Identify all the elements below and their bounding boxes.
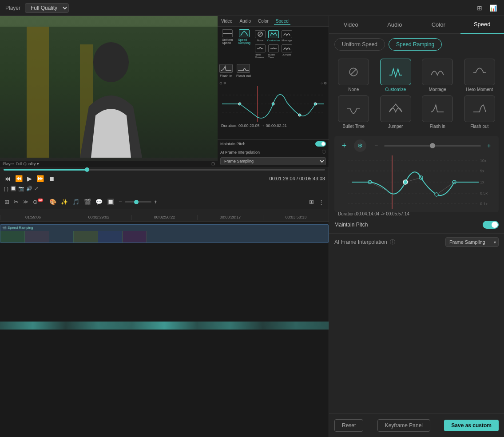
color-button[interactable]: 🎨 (48, 198, 57, 206)
mini-preset-bullet[interactable]: Bullet Time (267, 44, 280, 60)
mini-help-icon[interactable]: ⓘ (322, 149, 326, 155)
tab-color[interactable]: Color (417, 16, 460, 34)
zoom-thumb[interactable] (134, 200, 139, 204)
audio-button[interactable]: 🔊 (26, 186, 32, 191)
mini-uniform-speed[interactable]: UniformSpeed (219, 28, 235, 60)
track-clip-label: 📹 Speed Ramping (2, 226, 33, 230)
speed-ramping-tab[interactable]: Speed Ramping (389, 38, 442, 51)
preset-montage[interactable]: Montage (418, 59, 457, 92)
svg-point-29 (403, 180, 408, 184)
mini-tab-video[interactable]: Video (219, 18, 234, 24)
mark-out-button[interactable]: } (7, 186, 9, 191)
uniform-speed-tab[interactable]: Uniform Speed (334, 38, 385, 51)
save-custom-button[interactable]: Save as custom (444, 420, 499, 431)
tab-audio[interactable]: Audio (373, 16, 417, 34)
left-panel: ContinuousRecording ⊞ ⊟ ⊡ ⊠ ○ ▶ Export (0, 16, 329, 437)
svg-point-31 (435, 193, 438, 196)
video-track-button[interactable]: 🎬 (83, 198, 92, 206)
timeline-tracks: 📹 Speed Ramping (0, 222, 329, 330)
ramping-svg (240, 30, 249, 36)
jumper-icon-svg (388, 103, 404, 115)
preset-bullet-time[interactable]: Bullet Time (334, 95, 373, 129)
mini-flash-in[interactable]: Flash in (219, 64, 233, 78)
mini-preset-hero[interactable]: Hero Moment (254, 44, 266, 60)
freeze-button[interactable]: ❄ (354, 139, 366, 152)
keyframe-panel-button[interactable]: Keyframe Panel (377, 419, 430, 432)
mini-tab-audio[interactable]: Audio (238, 18, 253, 24)
mini-maintain-toggle[interactable] (315, 141, 326, 147)
curve-minus-button[interactable]: − (370, 139, 382, 152)
mini-preset-none[interactable]: None (254, 29, 266, 43)
zoom-in-button[interactable]: + (153, 198, 159, 206)
preset-bullet-icon-box (338, 95, 369, 122)
more-options-button[interactable]: ⋮ (317, 198, 325, 206)
mini-preset-jumper[interactable]: Jumper (281, 44, 293, 60)
preset-none[interactable]: None (334, 59, 373, 92)
playback-handle[interactable] (85, 167, 89, 172)
grid-view-icon[interactable]: ⊞ (475, 4, 484, 12)
skip-back-button[interactable]: ⏮ (4, 175, 12, 182)
curve-slider-thumb[interactable] (430, 143, 435, 148)
mini-speed-ramping[interactable]: SpeedRamping (236, 28, 252, 60)
frame-interpolation-select[interactable]: Frame Sampling Optical Flow AI Interpola… (445, 237, 499, 247)
mini-tab-speed[interactable]: Speed (274, 18, 290, 25)
mini-none-label: None (257, 39, 263, 42)
stabilize-icon: ⊙ (33, 199, 38, 205)
crop-button[interactable]: 🔲 (10, 186, 16, 191)
stabilize-button[interactable]: ⊙ AI (32, 198, 46, 206)
zoom-out-button[interactable]: − (118, 198, 123, 206)
montage-svg (283, 31, 291, 37)
mini-flash-row: Flash in Flash out (218, 62, 329, 79)
tab-video[interactable]: Video (329, 16, 373, 34)
mini-player-label: Player (3, 162, 14, 166)
svg-point-3 (93, 42, 129, 82)
preset-jumper[interactable]: Jumper (377, 95, 415, 129)
split-button[interactable]: ✂ (13, 198, 20, 206)
mini-tab-color[interactable]: Color (256, 18, 270, 24)
mini-preset-montage[interactable]: Montage (281, 29, 293, 43)
mini-frame-select[interactable]: Frame Sampling (220, 157, 326, 165)
curve-plus-button[interactable]: + (483, 139, 495, 152)
add-keyframe-button[interactable]: + (338, 139, 350, 152)
fullscreen-button[interactable]: ⤢ (34, 186, 38, 191)
reset-button[interactable]: Reset (334, 419, 363, 432)
playback-progress[interactable] (4, 169, 325, 171)
mini-graph-icon1: ⊙ ❄ (219, 81, 226, 85)
quality-select[interactable]: Full Quality 1/2 Quality 1/4 Quality (25, 3, 69, 13)
curve-slider-track[interactable] (384, 145, 481, 147)
top-bar-icons: ⊞ 📊 (475, 4, 499, 12)
screenshot-button[interactable]: 📷 (18, 186, 24, 191)
track-label: Speed Ramping (8, 226, 33, 230)
frame-forward-button[interactable]: ⏩ (36, 175, 45, 182)
audio-wave-track (0, 321, 329, 330)
tab-speed[interactable]: Speed (460, 16, 504, 34)
frame-back-button[interactable]: ⏪ (14, 175, 24, 182)
play-button[interactable]: ▶ (26, 175, 33, 182)
zoom-slider[interactable]: − + (118, 198, 158, 206)
magic-button[interactable]: ✨ (60, 198, 69, 206)
mini-preset-customize[interactable]: Customize (267, 29, 280, 43)
video-track-clip[interactable]: 📹 Speed Ramping (0, 224, 329, 243)
preset-none-icon-box (338, 59, 369, 85)
subtitle-button[interactable]: 💬 (95, 198, 103, 206)
mini-frame-select-row: Frame Sampling (218, 156, 329, 167)
zoom-track[interactable] (125, 201, 151, 203)
video-frame-svg (0, 27, 218, 158)
ruler-mark-4: 00:03:28:17 (197, 215, 263, 220)
ai-help-icon[interactable]: ⓘ (390, 238, 395, 246)
maintain-pitch-toggle[interactable] (483, 221, 499, 229)
stop-button[interactable]: ⏹ (48, 175, 56, 182)
more-tools-button[interactable]: ≫ (22, 198, 29, 206)
preset-customize-label: Customize (385, 87, 406, 92)
preset-flash-in[interactable]: Flash in (418, 95, 457, 129)
preset-hero-moment[interactable]: Hero Moment (460, 59, 499, 92)
preset-flash-out[interactable]: Flash out (460, 95, 499, 129)
ripple-edit-button[interactable]: ⊞ (4, 198, 10, 206)
preset-customize[interactable]: Customize (377, 59, 415, 92)
mark-in-button[interactable]: { (4, 186, 5, 191)
audio-track-button[interactable]: 🎵 (71, 198, 80, 206)
chart-icon[interactable]: 📊 (488, 4, 499, 12)
settings-button[interactable]: ⊞ (308, 198, 315, 206)
mask-button[interactable]: 🔲 (106, 198, 115, 206)
mini-flash-out[interactable]: Flash out (236, 64, 251, 78)
